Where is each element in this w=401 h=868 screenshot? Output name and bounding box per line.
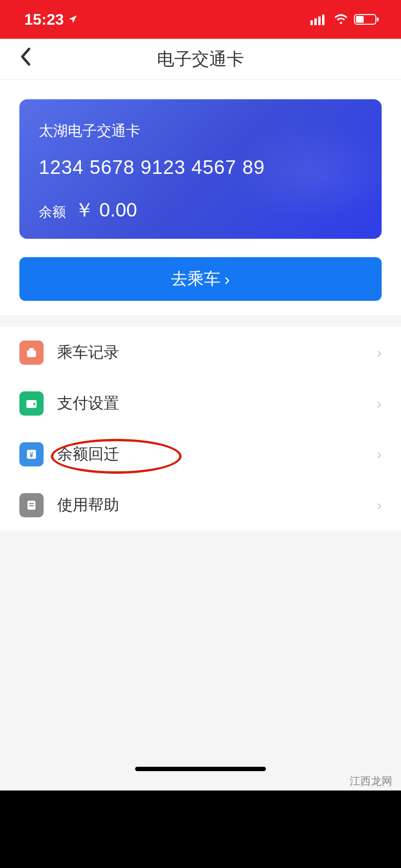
page-title: 电子交通卡	[0, 47, 401, 71]
svg-rect-7	[27, 350, 36, 357]
card-number: 1234 5678 9123 4567 89	[39, 156, 362, 178]
svg-rect-8	[29, 348, 33, 350]
menu-label: 余额回迁	[57, 444, 377, 465]
balance-label: 余额	[39, 203, 66, 221]
card-section: 太湖电子交通卡 1234 5678 9123 4567 89 余额 ￥ 0.00…	[0, 80, 401, 315]
briefcase-icon	[19, 341, 44, 365]
svg-rect-15	[29, 505, 33, 506]
status-time: 15:23	[24, 11, 64, 29]
svg-rect-5	[356, 16, 364, 23]
svg-rect-2	[318, 16, 321, 25]
menu-label: 使用帮助	[57, 495, 377, 516]
chevron-right-icon: ›	[377, 497, 382, 513]
ride-button[interactable]: 去乘车 ›	[19, 257, 382, 301]
balance-row: 余额 ￥ 0.00	[39, 197, 362, 223]
chevron-right-icon: ›	[377, 344, 382, 361]
wifi-icon	[334, 14, 348, 25]
menu-item-payment-settings[interactable]: 支付设置 ›	[0, 378, 401, 429]
transit-card[interactable]: 太湖电子交通卡 1234 5678 9123 4567 89 余额 ￥ 0.00	[19, 99, 382, 239]
back-button[interactable]	[19, 47, 31, 71]
svg-point-10	[33, 403, 36, 405]
watermark: 江西龙网	[350, 774, 392, 789]
svg-rect-3	[322, 15, 324, 25]
menu-label: 支付设置	[57, 393, 377, 414]
svg-rect-0	[310, 20, 313, 25]
nav-header: 电子交通卡	[0, 39, 401, 80]
status-bar: 15:23	[0, 0, 401, 39]
home-indicator[interactable]	[135, 767, 266, 771]
signal-icon	[310, 14, 328, 25]
menu-label: 乘车记录	[57, 342, 377, 363]
battery-icon	[354, 14, 379, 25]
chevron-right-icon: ›	[377, 446, 382, 463]
chevron-right-icon: ›	[224, 270, 230, 289]
menu-item-balance-return[interactable]: ¥ 余额回迁 ›	[0, 429, 401, 480]
card-name: 太湖电子交通卡	[39, 121, 362, 141]
menu-item-ride-records[interactable]: 乘车记录 ›	[0, 327, 401, 378]
svg-rect-1	[314, 18, 317, 25]
svg-rect-6	[377, 17, 379, 21]
svg-text:¥: ¥	[30, 450, 33, 458]
balance-value: ￥ 0.00	[75, 197, 137, 223]
status-indicators	[310, 14, 379, 25]
menu-section: 乘车记录 › 支付设置 › ¥ 余额回迁 › 使用帮助 ›	[0, 327, 401, 530]
location-icon	[68, 15, 77, 24]
money-icon: ¥	[19, 442, 44, 466]
menu-item-help[interactable]: 使用帮助 ›	[0, 480, 401, 530]
help-icon	[19, 493, 44, 517]
bottom-black-bar	[0, 790, 401, 868]
ride-button-label: 去乘车	[171, 268, 220, 290]
status-time-area: 15:23	[24, 11, 77, 29]
chevron-right-icon: ›	[377, 395, 382, 412]
wallet-icon	[19, 391, 44, 416]
svg-rect-14	[29, 503, 33, 504]
